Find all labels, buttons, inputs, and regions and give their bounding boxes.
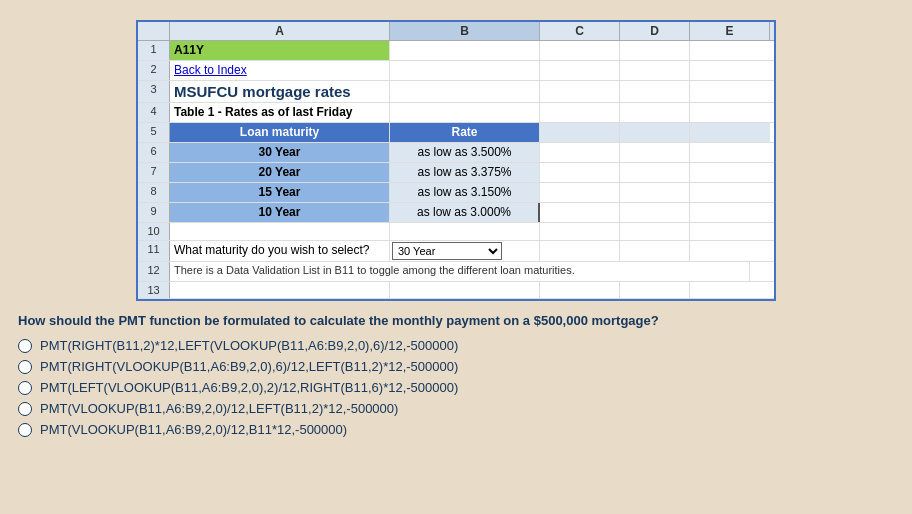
cell-e4 <box>690 103 770 122</box>
row-1: 1 A11Y <box>138 41 774 61</box>
spreadsheet: A B C D E 1 A11Y 2 Back to Index 3 MSUFC… <box>136 20 776 301</box>
row-num-11: 11 <box>138 241 170 261</box>
corner-cell <box>138 22 170 40</box>
row-9: 9 10 Year as low as 3.000% <box>138 203 774 223</box>
cell-c5 <box>540 123 620 142</box>
row-5: 5 Loan maturity Rate <box>138 123 774 143</box>
row-num-2: 2 <box>138 61 170 80</box>
row-num-10: 10 <box>138 223 170 240</box>
column-headers: A B C D E <box>138 22 774 41</box>
option-label-5: PMT(VLOOKUP(B11,A6:B9,2,0)/12,B11*12,-50… <box>40 422 347 437</box>
row-num-6: 6 <box>138 143 170 162</box>
option-label-4: PMT(VLOOKUP(B11,A6:B9,2,0)/12,LEFT(B11,2… <box>40 401 398 416</box>
cell-e5 <box>690 123 770 142</box>
col-header-d: D <box>620 22 690 40</box>
cell-e6 <box>690 143 770 162</box>
row-6: 6 30 Year as low as 3.500% <box>138 143 774 163</box>
cell-e13 <box>690 282 770 298</box>
cell-d5 <box>620 123 690 142</box>
cell-a5: Loan maturity <box>170 123 390 142</box>
row-13: 13 <box>138 282 774 299</box>
cell-a4: Table 1 - Rates as of last Friday <box>170 103 390 122</box>
cell-d2 <box>620 61 690 80</box>
option-row-4: PMT(VLOOKUP(B11,A6:B9,2,0)/12,LEFT(B11,2… <box>18 401 894 416</box>
cell-b9: as low as 3.000% <box>390 203 540 222</box>
cell-d7 <box>620 163 690 182</box>
cell-e10 <box>690 223 770 240</box>
cell-d6 <box>620 143 690 162</box>
cell-a8: 15 Year <box>170 183 390 202</box>
row-12: 12 There is a Data Validation List in B1… <box>138 262 774 282</box>
cell-a11: What maturity do you wish to select? <box>170 241 390 261</box>
row-num-4: 4 <box>138 103 170 122</box>
cell-c10 <box>540 223 620 240</box>
cell-d11 <box>620 241 690 261</box>
cell-e2 <box>690 61 770 80</box>
cell-b13 <box>390 282 540 298</box>
option-row-5: PMT(VLOOKUP(B11,A6:B9,2,0)/12,B11*12,-50… <box>18 422 894 437</box>
cell-b5: Rate <box>390 123 540 142</box>
row-11: 11 What maturity do you wish to select? … <box>138 241 774 262</box>
cell-b8: as low as 3.150% <box>390 183 540 202</box>
radio-option-3[interactable] <box>18 381 32 395</box>
row-8: 8 15 Year as low as 3.150% <box>138 183 774 203</box>
cell-d10 <box>620 223 690 240</box>
cell-b7: as low as 3.375% <box>390 163 540 182</box>
cell-a1: A11Y <box>170 41 390 60</box>
question-section: How should the PMT function be formulate… <box>18 313 894 437</box>
option-row-2: PMT(RIGHT(VLOOKUP(B11,A6:B9,2,0),6)/12,L… <box>18 359 894 374</box>
cell-b2 <box>390 61 540 80</box>
cell-a6: 30 Year <box>170 143 390 162</box>
radio-option-4[interactable] <box>18 402 32 416</box>
cell-b6: as low as 3.500% <box>390 143 540 162</box>
col-header-c: C <box>540 22 620 40</box>
radio-option-1[interactable] <box>18 339 32 353</box>
cell-c2 <box>540 61 620 80</box>
cell-c3 <box>540 81 620 102</box>
cell-a12: There is a Data Validation List in B11 t… <box>170 262 750 281</box>
cell-b10 <box>390 223 540 240</box>
cell-a3: MSUFCU mortgage rates <box>170 81 390 102</box>
cell-e7 <box>690 163 770 182</box>
cell-e3 <box>690 81 770 102</box>
row-num-9: 9 <box>138 203 170 222</box>
cell-c4 <box>540 103 620 122</box>
cell-c1 <box>540 41 620 60</box>
row-3: 3 MSUFCU mortgage rates <box>138 81 774 103</box>
row-4: 4 Table 1 - Rates as of last Friday <box>138 103 774 123</box>
option-row-3: PMT(LEFT(VLOOKUP(B11,A6:B9,2,0),2)/12,RI… <box>18 380 894 395</box>
row-10: 10 <box>138 223 774 241</box>
cell-b1 <box>390 41 540 60</box>
option-label-2: PMT(RIGHT(VLOOKUP(B11,A6:B9,2,0),6)/12,L… <box>40 359 458 374</box>
radio-option-2[interactable] <box>18 360 32 374</box>
cell-a10 <box>170 223 390 240</box>
col-header-e: E <box>690 22 770 40</box>
col-header-b: B <box>390 22 540 40</box>
cell-c13 <box>540 282 620 298</box>
cell-d3 <box>620 81 690 102</box>
back-to-index-link[interactable]: Back to Index <box>174 63 247 77</box>
option-label-1: PMT(RIGHT(B11,2)*12,LEFT(VLOOKUP(B11,A6:… <box>40 338 458 353</box>
row-2: 2 Back to Index <box>138 61 774 81</box>
radio-option-5[interactable] <box>18 423 32 437</box>
cell-c6 <box>540 143 620 162</box>
cell-c8 <box>540 183 620 202</box>
cell-b11[interactable]: 30 Year 20 Year 15 Year 10 Year <box>390 241 540 261</box>
cell-d1 <box>620 41 690 60</box>
cell-a7: 20 Year <box>170 163 390 182</box>
cell-e9 <box>690 203 770 222</box>
cell-a9: 10 Year <box>170 203 390 222</box>
row-num-5: 5 <box>138 123 170 142</box>
question-text: How should the PMT function be formulate… <box>18 313 894 328</box>
row-num-8: 8 <box>138 183 170 202</box>
cell-c9 <box>540 203 620 222</box>
option-row-1: PMT(RIGHT(B11,2)*12,LEFT(VLOOKUP(B11,A6:… <box>18 338 894 353</box>
row-num-3: 3 <box>138 81 170 102</box>
cell-c11 <box>540 241 620 261</box>
cell-e1 <box>690 41 770 60</box>
maturity-dropdown[interactable]: 30 Year 20 Year 15 Year 10 Year <box>392 242 502 260</box>
row-num-12: 12 <box>138 262 170 281</box>
row-num-7: 7 <box>138 163 170 182</box>
cell-e8 <box>690 183 770 202</box>
cell-a2[interactable]: Back to Index <box>170 61 390 80</box>
